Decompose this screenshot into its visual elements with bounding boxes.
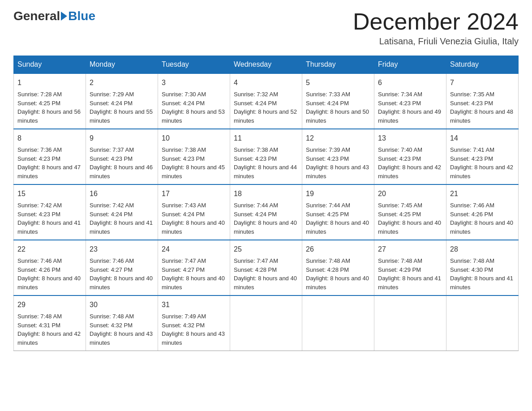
sunrise-text: Sunrise: 7:38 AM bbox=[162, 146, 206, 153]
sunrise-text: Sunrise: 7:28 AM bbox=[17, 91, 62, 98]
sunrise-text: Sunrise: 7:46 AM bbox=[90, 257, 134, 264]
sunset-text: Sunset: 4:29 PM bbox=[378, 266, 421, 273]
daylight-text: Daylight: 8 hours and 44 minutes bbox=[234, 164, 297, 180]
sunset-text: Sunset: 4:24 PM bbox=[90, 211, 133, 218]
calendar-day-cell: 21Sunrise: 7:46 AMSunset: 4:26 PMDayligh… bbox=[446, 184, 519, 240]
sunset-text: Sunset: 4:27 PM bbox=[162, 266, 205, 273]
calendar-table: SundayMondayTuesdayWednesdayThursdayFrid… bbox=[13, 56, 519, 351]
day-number: 8 bbox=[17, 133, 82, 144]
daylight-text: Daylight: 8 hours and 49 minutes bbox=[378, 108, 441, 124]
daylight-text: Daylight: 8 hours and 47 minutes bbox=[17, 164, 81, 180]
sunset-text: Sunset: 4:24 PM bbox=[90, 100, 133, 107]
daylight-text: Daylight: 8 hours and 40 minutes bbox=[378, 219, 441, 235]
sunrise-text: Sunrise: 7:32 AM bbox=[234, 91, 278, 98]
sunrise-text: Sunrise: 7:29 AM bbox=[90, 91, 134, 98]
sunset-text: Sunset: 4:26 PM bbox=[17, 266, 60, 273]
sunset-text: Sunset: 4:25 PM bbox=[17, 100, 60, 107]
daylight-text: Daylight: 8 hours and 43 minutes bbox=[162, 330, 225, 346]
calendar-day-cell: 31Sunrise: 7:49 AMSunset: 4:32 PMDayligh… bbox=[158, 295, 230, 351]
sunrise-text: Sunrise: 7:37 AM bbox=[90, 146, 134, 153]
calendar-week-row: 8Sunrise: 7:36 AMSunset: 4:23 PMDaylight… bbox=[14, 129, 519, 184]
sunset-text: Sunset: 4:24 PM bbox=[162, 211, 205, 218]
day-number: 2 bbox=[90, 77, 154, 88]
daylight-text: Daylight: 8 hours and 43 minutes bbox=[90, 330, 153, 346]
calendar-day-cell: 23Sunrise: 7:46 AMSunset: 4:27 PMDayligh… bbox=[86, 240, 158, 295]
sunset-text: Sunset: 4:24 PM bbox=[234, 211, 277, 218]
calendar-day-cell: 14Sunrise: 7:41 AMSunset: 4:23 PMDayligh… bbox=[446, 129, 519, 184]
daylight-text: Daylight: 8 hours and 42 minutes bbox=[450, 164, 513, 180]
sunrise-text: Sunrise: 7:43 AM bbox=[162, 202, 206, 209]
sunrise-text: Sunrise: 7:47 AM bbox=[162, 257, 206, 264]
day-header-sunday: Sunday bbox=[14, 56, 86, 74]
calendar-day-cell bbox=[446, 295, 519, 351]
sunrise-text: Sunrise: 7:40 AM bbox=[378, 146, 422, 153]
sunrise-text: Sunrise: 7:44 AM bbox=[306, 202, 350, 209]
day-header-friday: Friday bbox=[374, 56, 446, 74]
sunset-text: Sunset: 4:28 PM bbox=[234, 266, 277, 273]
day-number: 26 bbox=[306, 244, 370, 255]
day-number: 13 bbox=[378, 133, 442, 144]
day-number: 30 bbox=[90, 300, 154, 310]
daylight-text: Daylight: 8 hours and 40 minutes bbox=[162, 275, 225, 291]
sunset-text: Sunset: 4:32 PM bbox=[90, 322, 133, 329]
daylight-text: Daylight: 8 hours and 40 minutes bbox=[90, 275, 153, 291]
day-number: 29 bbox=[17, 300, 82, 310]
day-number: 24 bbox=[162, 244, 226, 255]
calendar-day-cell: 25Sunrise: 7:47 AMSunset: 4:28 PMDayligh… bbox=[230, 240, 302, 295]
calendar-day-cell: 9Sunrise: 7:37 AMSunset: 4:23 PMDaylight… bbox=[86, 129, 158, 184]
sunset-text: Sunset: 4:23 PM bbox=[234, 155, 277, 162]
sunrise-text: Sunrise: 7:39 AM bbox=[306, 146, 350, 153]
day-header-wednesday: Wednesday bbox=[230, 56, 302, 74]
calendar-day-cell: 12Sunrise: 7:39 AMSunset: 4:23 PMDayligh… bbox=[302, 129, 374, 184]
logo-triangle-icon bbox=[61, 12, 67, 21]
logo: General Blue bbox=[13, 9, 95, 23]
sunset-text: Sunset: 4:23 PM bbox=[378, 155, 421, 162]
sunset-text: Sunset: 4:24 PM bbox=[306, 100, 349, 107]
sunrise-text: Sunrise: 7:48 AM bbox=[17, 313, 62, 320]
calendar-day-cell bbox=[230, 295, 302, 351]
daylight-text: Daylight: 8 hours and 40 minutes bbox=[234, 275, 297, 291]
daylight-text: Daylight: 8 hours and 41 minutes bbox=[90, 219, 153, 235]
daylight-text: Daylight: 8 hours and 53 minutes bbox=[162, 108, 225, 124]
sunset-text: Sunset: 4:25 PM bbox=[306, 211, 349, 218]
day-number: 21 bbox=[450, 188, 515, 199]
sunrise-text: Sunrise: 7:48 AM bbox=[306, 257, 350, 264]
sunrise-text: Sunrise: 7:47 AM bbox=[234, 257, 278, 264]
sunset-text: Sunset: 4:24 PM bbox=[162, 100, 205, 107]
calendar-day-cell: 27Sunrise: 7:48 AMSunset: 4:29 PMDayligh… bbox=[374, 240, 446, 295]
month-title: December 2024 bbox=[353, 9, 519, 34]
sunset-text: Sunset: 4:27 PM bbox=[90, 266, 133, 273]
logo-blue-text: Blue bbox=[68, 9, 95, 23]
calendar-day-cell: 24Sunrise: 7:47 AMSunset: 4:27 PMDayligh… bbox=[158, 240, 230, 295]
sunset-text: Sunset: 4:23 PM bbox=[378, 100, 421, 107]
daylight-text: Daylight: 8 hours and 55 minutes bbox=[90, 108, 153, 124]
sunrise-text: Sunrise: 7:42 AM bbox=[17, 202, 62, 209]
day-number: 22 bbox=[17, 244, 82, 255]
daylight-text: Daylight: 8 hours and 43 minutes bbox=[306, 164, 369, 180]
calendar-day-cell: 29Sunrise: 7:48 AMSunset: 4:31 PMDayligh… bbox=[14, 295, 86, 351]
day-number: 11 bbox=[234, 133, 298, 144]
calendar-week-row: 15Sunrise: 7:42 AMSunset: 4:23 PMDayligh… bbox=[14, 184, 519, 240]
sunrise-text: Sunrise: 7:46 AM bbox=[17, 257, 62, 264]
day-header-thursday: Thursday bbox=[302, 56, 374, 74]
calendar-day-cell: 22Sunrise: 7:46 AMSunset: 4:26 PMDayligh… bbox=[14, 240, 86, 295]
daylight-text: Daylight: 8 hours and 40 minutes bbox=[17, 275, 81, 291]
sunrise-text: Sunrise: 7:36 AM bbox=[17, 146, 62, 153]
location-subtitle: Latisana, Friuli Venezia Giulia, Italy bbox=[353, 36, 519, 47]
sunset-text: Sunset: 4:23 PM bbox=[17, 211, 60, 218]
day-number: 31 bbox=[162, 300, 226, 310]
daylight-text: Daylight: 8 hours and 46 minutes bbox=[90, 164, 153, 180]
day-number: 14 bbox=[450, 133, 515, 144]
day-number: 20 bbox=[378, 188, 442, 199]
sunrise-text: Sunrise: 7:33 AM bbox=[306, 91, 350, 98]
day-number: 16 bbox=[90, 188, 154, 199]
day-number: 28 bbox=[450, 244, 515, 255]
day-number: 25 bbox=[234, 244, 298, 255]
day-number: 3 bbox=[162, 77, 226, 88]
daylight-text: Daylight: 8 hours and 41 minutes bbox=[17, 219, 81, 235]
sunrise-text: Sunrise: 7:48 AM bbox=[450, 257, 494, 264]
day-number: 4 bbox=[234, 77, 298, 88]
daylight-text: Daylight: 8 hours and 50 minutes bbox=[306, 108, 369, 124]
title-block: December 2024 Latisana, Friuli Venezia G… bbox=[353, 9, 519, 47]
calendar-day-cell: 10Sunrise: 7:38 AMSunset: 4:23 PMDayligh… bbox=[158, 129, 230, 184]
